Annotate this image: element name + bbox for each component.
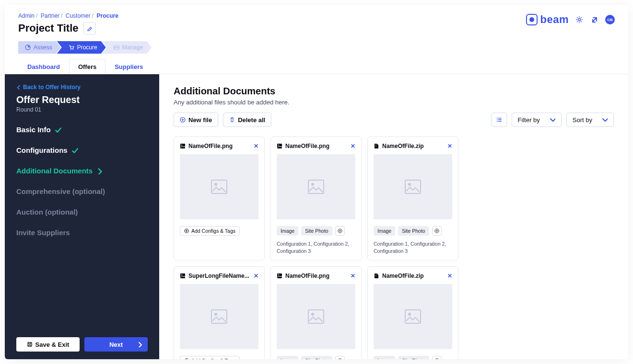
file-image-icon (180, 273, 186, 279)
crumb-customer[interactable]: Customer (66, 12, 91, 19)
file-card: NameOfFile.png ✕ Image Site Photo (270, 266, 362, 359)
chevron-right-icon (96, 168, 103, 174)
check-icon (55, 126, 61, 133)
manage-icon (114, 45, 119, 50)
phase-stepper: Assess Procure Manage (18, 41, 628, 54)
file-name: SuperLongFileName... (188, 273, 251, 279)
remove-file-button[interactable]: ✕ (254, 273, 258, 279)
file-image-icon (180, 143, 186, 149)
file-image-icon (277, 143, 282, 149)
pencil-icon (87, 25, 93, 31)
crumb-partner[interactable]: Partner (41, 12, 59, 19)
sidebar: Back to Offer History Offer Request Roun… (5, 74, 159, 359)
file-name: NameOfFile.zip (382, 143, 445, 149)
add-tag-button[interactable] (432, 356, 442, 359)
add-tag-button[interactable] (335, 356, 345, 359)
file-thumbnail[interactable] (277, 154, 355, 219)
main-subtitle: Any additional files should be added her… (174, 99, 614, 106)
back-to-offer-history-link[interactable]: Back to Offer History (16, 84, 148, 91)
delete-all-button[interactable]: Delete all (223, 113, 271, 127)
file-thumbnail[interactable] (180, 284, 258, 349)
plus-circle-icon (434, 228, 439, 233)
add-tag-button[interactable] (432, 226, 442, 236)
sidebar-item-basic-info[interactable]: Basic Info (16, 125, 148, 134)
phase-assess[interactable]: Assess (18, 41, 61, 54)
gear-icon (575, 16, 583, 23)
save-exit-button[interactable]: Save & Exit (16, 337, 80, 352)
brand-name: beam (540, 13, 569, 26)
breadcrumb: Admin/ Partner/ Customer/ Procure (18, 12, 526, 19)
cart-icon (69, 45, 74, 50)
file-thumbnail[interactable] (374, 284, 452, 349)
tab-dashboard[interactable]: Dashboard (18, 59, 69, 74)
assess-icon (25, 45, 31, 50)
plus-circle-icon (434, 358, 439, 359)
config-summary: Configuration 1, Configuration 2, Config… (374, 240, 452, 254)
chevron-down-icon (602, 117, 608, 123)
file-name: NameOfFile.png (285, 143, 348, 149)
filter-by-dropdown[interactable]: Filter by (512, 113, 562, 127)
add-configs-tags-button[interactable]: Add Configs & Tags (180, 226, 240, 236)
tag-site-photo[interactable]: Site Photo (301, 226, 332, 236)
file-thumbnail[interactable] (277, 284, 355, 349)
file-name: NameOfFile.png (188, 143, 251, 149)
save-icon (27, 341, 33, 347)
next-button[interactable]: Next (84, 337, 148, 352)
brand-logo: beam (526, 13, 569, 26)
sidebar-item-invite-suppliers[interactable]: Invite Suppliers (16, 228, 148, 237)
tag-image[interactable]: Image (374, 356, 395, 359)
add-tag-button[interactable] (335, 226, 345, 236)
main-title: Additional Documents (174, 86, 614, 97)
phase-procure[interactable]: Procure (57, 41, 106, 54)
tabs: Dashboard Offers Suppliers (18, 58, 628, 74)
sort-by-dropdown[interactable]: Sort by (566, 113, 614, 127)
remove-file-button[interactable]: ✕ (351, 143, 355, 149)
remove-file-button[interactable]: ✕ (351, 273, 355, 279)
crumb-procure[interactable]: Procure (96, 12, 118, 19)
chevron-left-icon (16, 85, 21, 90)
plus-circle-icon (338, 228, 342, 233)
plus-circle-icon (338, 358, 342, 359)
settings-button[interactable] (574, 15, 584, 24)
file-zip-icon (374, 273, 379, 279)
main-content: Additional Documents Any additional file… (159, 74, 628, 359)
file-grid: NameOfFile.png ✕ Add Configs & Tags Name… (174, 136, 614, 359)
tag-site-photo[interactable]: Site Photo (301, 356, 332, 359)
remove-file-button[interactable]: ✕ (447, 273, 452, 279)
image-placeholder-icon (308, 309, 324, 324)
image-placeholder-icon (405, 180, 421, 194)
image-placeholder-icon (211, 309, 227, 324)
remove-file-button[interactable]: ✕ (254, 143, 258, 149)
tag-image[interactable]: Image (374, 226, 395, 236)
phase-manage[interactable]: Manage (102, 41, 152, 54)
file-card: NameOfFile.zip ✕ Image Site Photo (367, 266, 458, 359)
tag-site-photo[interactable]: Site Photo (398, 226, 429, 236)
edit-title-button[interactable] (83, 22, 96, 34)
tab-offers[interactable]: Offers (69, 59, 106, 74)
add-configs-tags-button[interactable]: Add Configs & Tags (180, 356, 240, 359)
brand-mark-icon (526, 14, 538, 25)
image-placeholder-icon (308, 180, 324, 194)
sidebar-item-additional-documents[interactable]: Additional Documents (16, 167, 148, 175)
sidebar-title: Offer Request (16, 94, 148, 105)
file-thumbnail[interactable] (180, 154, 258, 219)
tab-suppliers[interactable]: Suppliers (106, 59, 152, 74)
plus-circle-icon (184, 358, 189, 359)
open-external-button[interactable] (590, 15, 599, 24)
file-thumbnail[interactable] (374, 154, 452, 219)
sidebar-subtitle: Round 01 (16, 106, 148, 113)
avatar[interactable]: CB (605, 15, 615, 24)
sidebar-item-configurations[interactable]: Configurations (16, 146, 148, 154)
crumb-admin[interactable]: Admin (18, 12, 35, 19)
new-file-button[interactable]: New file (174, 113, 218, 127)
remove-file-button[interactable]: ✕ (447, 143, 452, 149)
tag-image[interactable]: Image (277, 226, 298, 236)
tag-image[interactable]: Image (277, 356, 298, 359)
file-card: NameOfFile.png ✕ Add Configs & Tags (174, 136, 265, 261)
page-title: Project Title (18, 22, 79, 34)
sidebar-item-comprehensive[interactable]: Comprehensive (optional) (16, 187, 148, 195)
file-card: NameOfFile.png ✕ Image Site Photo Config… (270, 136, 362, 261)
tag-site-photo[interactable]: Site Photo (398, 356, 429, 359)
sidebar-item-auction[interactable]: Auction (optional) (16, 208, 148, 216)
view-list-button[interactable] (492, 113, 507, 127)
